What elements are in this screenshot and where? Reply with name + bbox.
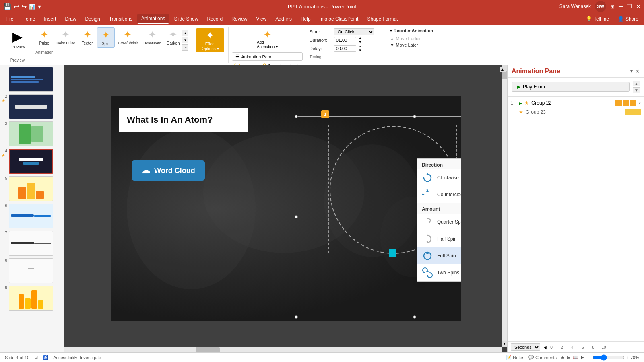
slide-item-8[interactable]: 8 —————— [2, 258, 62, 283]
half-spin-item[interactable]: Half Spin [417, 230, 461, 247]
pane-close-button[interactable]: ✕ [635, 68, 640, 74]
anim-spin-btn[interactable]: ✦ Spin [97, 27, 115, 48]
anim-darken-btn[interactable]: ✦ Darken [164, 27, 182, 47]
full-spin-item[interactable]: Full Spin [417, 247, 461, 264]
colorpulse-icon: ✦ [62, 29, 70, 40]
menu-slideshow[interactable]: Slide Show [170, 14, 202, 23]
counterclockwise-item[interactable]: Counterclockwise [417, 186, 461, 203]
vertical-scrollbar[interactable] [502, 65, 507, 347]
duration-down-arrow[interactable]: ▼ [359, 40, 362, 44]
clockwise-item[interactable]: Clockwise [417, 169, 461, 186]
anim-scroll-down[interactable]: ▼ [182, 37, 188, 43]
user-avatar[interactable]: SW [595, 1, 606, 12]
comments-button[interactable]: 💬 Comments [528, 355, 557, 360]
anim-scroll-up[interactable]: ▲ [182, 30, 188, 36]
move-earlier-button[interactable]: ▲ Move Earlier [390, 36, 433, 41]
duration-up-arrow[interactable]: ▲ [359, 36, 362, 40]
seconds-prev-icon[interactable]: ◀ [543, 345, 547, 350]
animation-pane-button[interactable]: ☰ Animation Pane [232, 52, 302, 61]
present-icon[interactable]: 📊 [29, 4, 35, 10]
menu-design[interactable]: Design [81, 14, 104, 23]
word-cloud-button[interactable]: ☁ Word Cloud [132, 160, 205, 181]
menu-transitions[interactable]: Transitions [105, 14, 136, 23]
menu-file[interactable]: File [2, 14, 17, 23]
handle-bc[interactable] [413, 315, 416, 319]
anim-pulse-btn[interactable]: ✦ Pulse [35, 27, 53, 47]
view-icons: ⊞ ⊟ 📖 ▶ [561, 355, 584, 360]
menu-insert[interactable]: Insert [40, 14, 60, 23]
seconds-select[interactable]: Seconds [511, 343, 540, 351]
delay-up-arrow[interactable]: ▲ [359, 45, 362, 49]
two-spins-item[interactable]: Two Spins [417, 264, 461, 281]
scroll-bottom-btn[interactable]: ▼ [502, 341, 507, 347]
handle-tl[interactable] [295, 115, 298, 118]
reading-view-icon[interactable]: 📖 [573, 355, 578, 360]
delay-down-arrow[interactable]: ▼ [359, 49, 362, 53]
handle-tc[interactable] [413, 115, 416, 118]
redo-icon[interactable]: ↪ [21, 3, 27, 10]
menu-draw[interactable]: Draw [61, 14, 80, 23]
slide-title-box: What Is In An Atom? [119, 108, 248, 132]
preview-button[interactable]: ▶ Preview [6, 27, 29, 51]
delay-input[interactable] [334, 45, 356, 52]
group22-play-icon[interactable]: ▶ [519, 101, 522, 105]
menu-inknoe[interactable]: Inknoe ClassPoint [316, 14, 363, 23]
save-icon[interactable]: 💾 [3, 3, 11, 10]
menu-animations[interactable]: Animations [137, 14, 169, 24]
layout-icon[interactable]: ⊞ [610, 4, 615, 10]
group22-expand-icon[interactable]: ▾ [639, 101, 641, 105]
normal-view-icon[interactable]: ⊞ [561, 355, 564, 360]
slide-item-9[interactable]: 9 [2, 286, 62, 311]
slide-item-7[interactable]: 7 [2, 231, 62, 256]
quarter-spin-item[interactable]: Quarter Spin [417, 214, 461, 230]
duration-input[interactable] [334, 37, 356, 43]
close-icon[interactable]: ✕ [636, 3, 641, 10]
share-btn[interactable]: 👤 Share [614, 14, 642, 23]
menu-addins[interactable]: Add-ins [271, 14, 296, 23]
start-select[interactable]: On Click With Previous After Previous [334, 28, 374, 35]
anim-colorpulse-btn[interactable]: ✦ Color Pulse [54, 27, 78, 47]
animation-pane-controls: ▾ ✕ [630, 68, 640, 74]
notes-button[interactable]: 📝 Notes [506, 355, 524, 360]
menu-record[interactable]: Record [203, 14, 227, 23]
slide-item-3[interactable]: 3 [2, 121, 62, 146]
pf-up-arrow[interactable]: ▲ [633, 81, 640, 86]
zoom-in-icon[interactable]: + [626, 355, 629, 360]
play-from-button[interactable]: ▶ Play From [512, 82, 630, 92]
reorder-expand-icon[interactable]: ▾ [390, 29, 392, 33]
anim-growshrink-btn[interactable]: ✦ Grow/Shrink [116, 27, 140, 47]
fit-slide-icon[interactable]: ⊡ [34, 355, 38, 360]
reorder-group: ▾ Reorder Animation ▲ Move Earlier ▼ Mov… [387, 27, 437, 63]
menu-help[interactable]: Help [297, 14, 315, 23]
pf-down-arrow[interactable]: ▼ [633, 87, 640, 93]
effect-options-button[interactable]: ✦ EffectOptions ▾ [196, 28, 224, 52]
add-animation-button[interactable]: ✦ AddAnimation ▾ [254, 28, 280, 50]
anim-teeter-btn[interactable]: ✦ Teeter [78, 27, 96, 47]
move-later-button[interactable]: ▼ Move Later [390, 43, 433, 47]
slide-item-2[interactable]: 2 ★ [2, 94, 62, 119]
menu-home[interactable]: Home [18, 14, 39, 23]
horizontal-scrollbar[interactable] [64, 347, 502, 352]
tell-me-btn[interactable]: 💡 Tell me [582, 14, 613, 23]
slideshow-view-icon[interactable]: ▶ [581, 355, 584, 360]
menu-shapeformat[interactable]: Shape Format [363, 14, 402, 23]
handle-bl[interactable] [295, 315, 298, 319]
options-icon[interactable]: ▾ [38, 3, 41, 10]
scroll-up-btn[interactable]: ▲ [500, 67, 506, 72]
undo-icon[interactable]: ↩ [14, 3, 19, 10]
anim-desaturate-btn[interactable]: ✦ Desaturate [141, 27, 163, 47]
zoom-out-icon[interactable]: − [588, 355, 590, 360]
restore-icon[interactable]: ❐ [627, 3, 632, 10]
zoom-slider[interactable] [592, 354, 625, 361]
menu-review[interactable]: Review [227, 14, 251, 23]
slide-item-4[interactable]: 4 ★ [2, 149, 62, 174]
slide-sorter-icon[interactable]: ⊟ [567, 355, 570, 360]
slide-item-6[interactable]: 6 [2, 204, 62, 228]
slide-item-5[interactable]: 5 [2, 176, 62, 201]
slide-item-1[interactable]: 1 [2, 67, 62, 92]
minimize-icon[interactable]: ─ [619, 3, 623, 10]
anim-scroll-more[interactable]: ⋯ [182, 44, 188, 51]
pane-expand-icon[interactable]: ▾ [630, 68, 633, 74]
handle-ml[interactable] [295, 215, 298, 218]
menu-view[interactable]: View [252, 14, 270, 23]
